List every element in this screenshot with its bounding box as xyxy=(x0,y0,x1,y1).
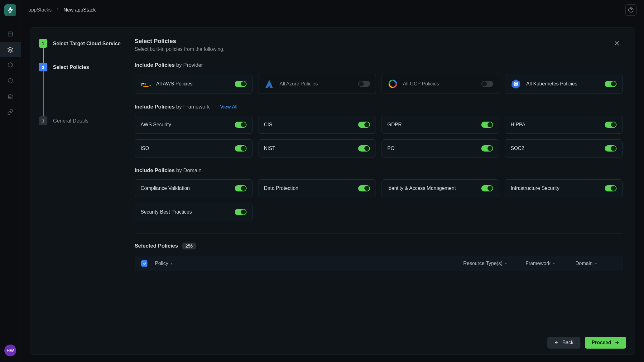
toggle-dataprot[interactable] xyxy=(358,185,370,191)
sort-icon: ▾ xyxy=(171,262,173,266)
toggle-pci[interactable] xyxy=(481,145,493,152)
toggle-compliance[interactable] xyxy=(235,185,247,191)
sort-icon: ▾ xyxy=(595,262,597,266)
page-title: Select Policies xyxy=(135,38,224,45)
framework-card-pci[interactable]: PCI xyxy=(382,139,499,157)
framework-card-nist[interactable]: NIST xyxy=(258,139,376,157)
provider-card-k8s[interactable]: All Kubernetes Policies xyxy=(505,74,622,94)
section-provider-title: Include Policies by Provider xyxy=(135,62,622,68)
close-button[interactable] xyxy=(611,38,622,49)
toggle-hippa[interactable] xyxy=(605,122,617,128)
azure-icon xyxy=(264,79,275,89)
provider-card-aws[interactable]: aws All AWS Policies xyxy=(135,74,252,94)
domain-card-best-practices[interactable]: Security Best Practices xyxy=(135,203,252,221)
framework-card-hippa[interactable]: HIPPA xyxy=(505,116,622,134)
aws-icon: aws xyxy=(141,79,151,89)
nav-item-stacks[interactable] xyxy=(0,42,21,57)
nav-rail: HW xyxy=(0,0,21,362)
framework-card-gdpr[interactable]: GDPR xyxy=(382,116,499,134)
nav-item-hexagon[interactable] xyxy=(0,57,21,73)
toggle-nist[interactable] xyxy=(358,145,370,152)
toggle-awssec[interactable] xyxy=(235,122,247,128)
step-2[interactable]: 2 Select Policies xyxy=(39,63,121,71)
domain-card-data-protection[interactable]: Data Protection xyxy=(258,179,376,197)
provider-card-azure[interactable]: All Azure Policies xyxy=(258,74,376,94)
sort-icon: ▾ xyxy=(505,262,507,266)
framework-card-aws-security[interactable]: AWS Security xyxy=(135,116,252,134)
svg-text:aws: aws xyxy=(141,82,146,85)
back-button[interactable]: Back xyxy=(547,337,580,349)
app-logo[interactable] xyxy=(4,4,16,16)
domain-card-iam[interactable]: Identity & Access Management xyxy=(382,179,499,197)
stepper: 1 Select Target Cloud Service 2 Select P… xyxy=(30,28,130,331)
framework-card-iso[interactable]: ISO xyxy=(135,139,252,157)
step-3[interactable]: 3 General Details xyxy=(39,116,121,125)
provider-card-gcp[interactable]: All GCP Policies xyxy=(382,74,499,94)
toggle-cis[interactable] xyxy=(358,122,370,128)
kubernetes-icon xyxy=(511,79,521,89)
breadcrumb: appStacks New appStack xyxy=(28,7,96,13)
col-resource[interactable]: Resource Type(s)▾ xyxy=(463,261,526,266)
domain-card-infrastructure[interactable]: Infrastructure Security xyxy=(505,179,622,197)
nav-item-governance[interactable] xyxy=(0,89,21,104)
chevron-right-icon xyxy=(55,7,60,13)
framework-card-soc2[interactable]: SOC2 xyxy=(505,139,622,157)
selected-count-badge: 256 xyxy=(182,243,196,249)
avatar[interactable]: HW xyxy=(4,345,16,356)
toggle-iam[interactable] xyxy=(481,185,493,191)
toggle-iso[interactable] xyxy=(235,145,247,152)
nav-item-integrations[interactable] xyxy=(0,104,21,120)
toggle-bestprac[interactable] xyxy=(235,209,247,215)
proceed-button[interactable]: Proceed xyxy=(585,337,626,349)
col-framework[interactable]: Framework▾ xyxy=(526,261,575,266)
col-domain[interactable]: Domain▾ xyxy=(575,261,616,266)
divider xyxy=(135,234,622,234)
toggle-k8s[interactable] xyxy=(605,81,617,87)
toggle-aws[interactable] xyxy=(235,81,247,87)
section-domain-title: Include Policies by Domain xyxy=(135,167,622,174)
toggle-gcp[interactable] xyxy=(481,81,493,87)
step-1[interactable]: 1 Select Target Cloud Service xyxy=(39,39,121,48)
col-policy[interactable]: Policy▾ xyxy=(155,261,463,266)
toggle-gdpr[interactable] xyxy=(481,122,493,128)
view-all-link[interactable]: View All xyxy=(220,104,238,110)
toggle-soc2[interactable] xyxy=(605,145,617,152)
nav-item-dashboard[interactable] xyxy=(0,26,21,42)
policies-table: Policy▾ Resource Type(s)▾ Framework▾ Dom… xyxy=(135,256,622,271)
help-button[interactable] xyxy=(625,4,637,16)
page-subtitle: Select built-in policies from the follow… xyxy=(135,46,224,52)
toggle-azure[interactable] xyxy=(358,81,370,87)
select-all-checkbox[interactable] xyxy=(141,260,147,267)
toggle-infra[interactable] xyxy=(605,185,617,191)
nav-item-shield[interactable] xyxy=(0,73,21,89)
sort-icon: ▾ xyxy=(553,262,555,266)
gcp-icon xyxy=(387,79,398,89)
section-framework-title: Include Policies by Framework View All xyxy=(135,104,622,110)
framework-card-cis[interactable]: CIS xyxy=(258,116,376,134)
footer: Back Proceed xyxy=(30,331,635,354)
domain-card-compliance[interactable]: Compliance Validation xyxy=(135,179,252,197)
selected-policies-title: Selected Policies xyxy=(135,243,178,249)
topbar: appStacks New appStack xyxy=(21,0,644,20)
breadcrumb-current: New appStack xyxy=(64,7,96,13)
svg-rect-0 xyxy=(8,32,12,36)
breadcrumb-root[interactable]: appStacks xyxy=(28,7,52,13)
